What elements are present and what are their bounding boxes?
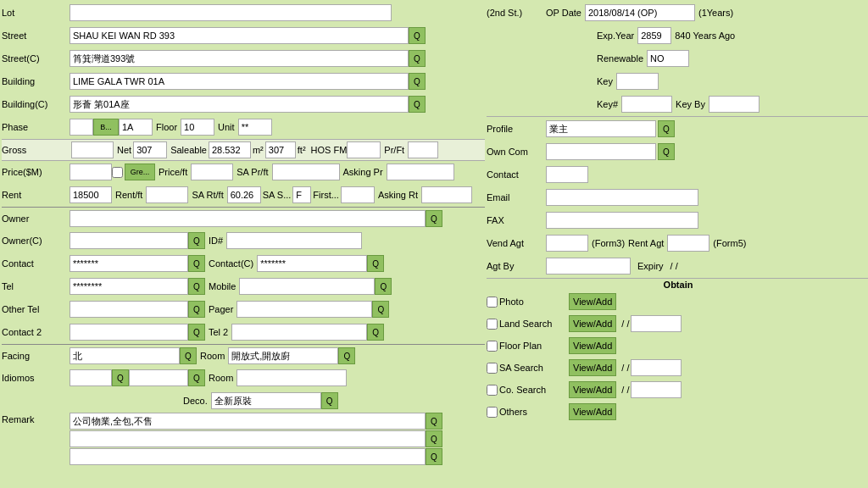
gross-input[interactable] — [71, 141, 114, 158]
phase-input1[interactable] — [70, 119, 93, 136]
facing-search-btn[interactable]: Q — [180, 347, 197, 364]
floor-plan-checkbox[interactable] — [487, 341, 498, 352]
owner-c-input[interactable] — [70, 232, 188, 249]
key-hash-input[interactable] — [621, 96, 672, 113]
remark-search-btn2[interactable]: Q — [426, 430, 442, 447]
rent-ft-input[interactable] — [146, 186, 188, 203]
contact-search-btn[interactable]: Q — [188, 255, 205, 272]
net-input[interactable] — [133, 141, 167, 158]
room-search-btn[interactable]: Q — [338, 347, 355, 364]
remark-search-btn1[interactable]: Q — [426, 413, 442, 430]
idiomos-input2[interactable] — [129, 369, 188, 386]
contact-c-input[interactable] — [257, 255, 367, 272]
key-input[interactable] — [616, 73, 659, 90]
idiomos-search-btn2[interactable]: Q — [188, 369, 205, 386]
pr-ft-input[interactable] — [408, 141, 438, 158]
other-tel-search-btn[interactable]: Q — [188, 301, 205, 318]
land-search-date-input[interactable] — [631, 315, 682, 332]
sa-rt-ft-input[interactable] — [227, 186, 261, 203]
building-search-btn[interactable]: Q — [409, 73, 426, 90]
asking-rt-input[interactable] — [421, 186, 472, 203]
building-c-input[interactable] — [70, 96, 409, 113]
land-search-checkbox[interactable] — [487, 319, 498, 330]
room-input[interactable] — [228, 347, 338, 364]
sa-search-view-add-btn[interactable]: View/Add — [569, 359, 616, 376]
sa-search-date-input[interactable] — [631, 359, 682, 376]
op-date-input[interactable] — [585, 4, 695, 21]
street-c-search-btn[interactable]: Q — [409, 50, 426, 67]
pager-search-btn[interactable]: Q — [372, 301, 389, 318]
agt-by-input[interactable] — [546, 258, 631, 274]
building-c-search-btn[interactable]: Q — [409, 96, 426, 113]
street-input[interactable] — [70, 27, 409, 44]
co-search-view-add-btn[interactable]: View/Add — [569, 381, 616, 398]
price-input[interactable] — [70, 164, 112, 180]
contact2-search-btn[interactable]: Q — [188, 324, 205, 341]
tel2-search-btn[interactable]: Q — [367, 324, 384, 341]
sqft-input[interactable] — [265, 141, 296, 158]
co-search-date-input[interactable] — [631, 381, 682, 398]
key-by-input[interactable] — [709, 96, 760, 113]
email-input[interactable] — [546, 189, 698, 206]
r-id-input[interactable] — [546, 166, 588, 183]
facing-input[interactable] — [70, 347, 180, 364]
phase-input2[interactable] — [119, 119, 153, 136]
profile-search-btn[interactable]: Q — [658, 120, 675, 137]
hos-fm-input[interactable] — [347, 141, 381, 158]
price-ft-input[interactable] — [191, 164, 233, 180]
others-view-add-btn[interactable]: View/Add — [569, 403, 616, 420]
other-tel-input[interactable] — [70, 301, 188, 318]
room2-input[interactable] — [236, 369, 347, 386]
vend-agt-input[interactable] — [546, 235, 588, 252]
remark-input3[interactable] — [70, 448, 426, 465]
id-input[interactable] — [226, 232, 362, 249]
pager-input[interactable] — [236, 301, 372, 318]
sa-s-input[interactable] — [292, 186, 311, 203]
own-com-input[interactable] — [546, 143, 656, 160]
floor-input[interactable] — [181, 119, 214, 136]
first-input[interactable] — [341, 186, 375, 203]
photo-view-add-btn[interactable]: View/Add — [569, 293, 616, 310]
asking-pr-input[interactable] — [387, 164, 454, 180]
building-input[interactable] — [70, 73, 409, 90]
owner-c-search-btn[interactable]: Q — [188, 232, 205, 249]
sa-search-checkbox[interactable] — [487, 363, 498, 374]
tel-input[interactable] — [70, 278, 188, 295]
remark-input1[interactable] — [70, 413, 426, 430]
unit-input[interactable] — [238, 119, 272, 136]
idiomos-input1[interactable] — [70, 369, 112, 386]
tel-search-btn[interactable]: Q — [188, 278, 205, 295]
remark-input2[interactable] — [70, 430, 426, 447]
deco-input[interactable] — [211, 392, 321, 409]
fax-input[interactable] — [546, 212, 698, 229]
contact-c-search-btn[interactable]: Q — [367, 255, 384, 272]
lot-input[interactable] — [70, 4, 392, 21]
idiomos-search-btn[interactable]: Q — [112, 369, 129, 386]
profile-input[interactable] — [546, 120, 656, 137]
co-search-checkbox[interactable] — [487, 385, 498, 396]
land-search-view-add-btn[interactable]: View/Add — [569, 315, 616, 332]
sa-pr-ft-input[interactable] — [272, 164, 340, 180]
owner-search-btn[interactable]: Q — [426, 210, 442, 227]
street-search-btn[interactable]: Q — [409, 27, 426, 44]
saleable-input[interactable] — [209, 141, 251, 158]
contact-input[interactable] — [70, 255, 188, 272]
gre-btn[interactable]: Gre... — [125, 164, 155, 180]
own-com-search-btn[interactable]: Q — [658, 143, 675, 160]
tel2-input[interactable] — [231, 324, 367, 341]
price-checkbox[interactable] — [112, 167, 123, 178]
phase-b-btn[interactable]: B... — [93, 119, 119, 136]
renewable-input[interactable] — [647, 50, 689, 67]
mobile-input[interactable] — [239, 278, 375, 295]
others-checkbox[interactable] — [487, 407, 498, 418]
photo-checkbox[interactable] — [487, 297, 498, 308]
street-c-input[interactable] — [70, 50, 409, 67]
rent-agt-input[interactable] — [667, 235, 709, 252]
mobile-search-btn[interactable]: Q — [375, 278, 392, 295]
remark-search-btn3[interactable]: Q — [426, 448, 442, 465]
contact2-input[interactable] — [70, 324, 188, 341]
owner-input[interactable] — [70, 210, 426, 227]
floor-plan-view-add-btn[interactable]: View/Add — [569, 337, 616, 354]
rent-input[interactable] — [70, 186, 112, 203]
deco-search-btn[interactable]: Q — [321, 392, 338, 409]
